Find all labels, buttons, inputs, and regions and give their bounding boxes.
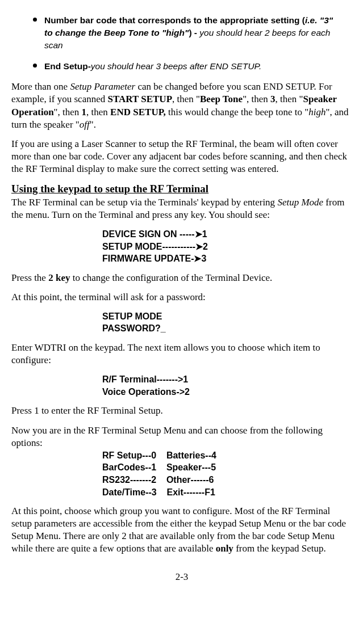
text: 2 key (48, 272, 70, 283)
text: Press the (11, 272, 48, 283)
paragraph: If you are using a Laser Scanner to setu… (11, 138, 352, 175)
text: off (80, 119, 90, 130)
menu-line: RS232-------2 Other------6 (102, 474, 352, 486)
menu-block: R/F Terminal------->1 Voice Operations->… (102, 373, 352, 398)
menu-grid: RF Setup---0 Batteries--4 BarCodes--1 Sp… (102, 449, 352, 498)
paragraph: Enter WDTRI on the keypad. The next item… (11, 342, 352, 367)
text: from the keypad Setup. (233, 543, 326, 554)
menu-line: FIRMWARE UPDATE-➤3 (102, 252, 352, 265)
menu-line: Voice Operations->2 (102, 386, 352, 398)
paragraph: At this point, the terminal will ask for… (11, 291, 352, 304)
text: Setup Parameter (70, 81, 135, 92)
text: ". (90, 119, 96, 130)
menu-block: DEVICE SIGN ON -----➤1 SETUP MODE-------… (102, 228, 352, 265)
paragraph: At this point, choose which group you wa… (11, 505, 352, 555)
paren-close: ) - (189, 28, 199, 37)
menu-line: RF Setup---0 Batteries--4 (102, 449, 352, 462)
text: More than one (11, 81, 70, 92)
page-number: 2-3 (11, 571, 352, 583)
section-heading: Using the keypad to setup the RF Termina… (11, 182, 352, 196)
text: to change the configuration of the Termi… (70, 272, 272, 283)
text: , then " (275, 94, 303, 104)
bullet-item: Number bar code that corresponds to the … (44, 11, 352, 52)
text: The RF Terminal can be setup via the Ter… (11, 197, 277, 208)
menu-line: SETUP MODE-----------➤2 (102, 241, 352, 253)
text: END SETUP, (110, 107, 166, 117)
text: START SETUP (107, 94, 172, 104)
text: Beep Tone (200, 94, 243, 104)
menu-line: R/F Terminal------->1 (102, 373, 352, 386)
text: 1 (82, 107, 87, 117)
menu-line: BarCodes--1 Speaker---5 (102, 461, 352, 474)
paragraph: The RF Terminal can be setup via the Ter… (11, 196, 352, 221)
text: , then " (172, 94, 200, 104)
text: this would change the beep tone to " (166, 107, 309, 117)
bullet-item: End Setup-you should hear 3 beeps after … (44, 57, 352, 73)
bullet-list: Number bar code that corresponds to the … (11, 11, 352, 73)
menu-line: PASSWORD?_ (102, 322, 352, 335)
text: , then (86, 107, 110, 117)
text: only (216, 543, 233, 554)
paragraph: Press 1 to enter the RF Terminal Setup. (11, 405, 352, 417)
menu-line: SETUP MODE (102, 310, 352, 323)
bullet-italic: you should hear 3 beeps after END SETUP. (91, 61, 261, 71)
text: ", then (54, 107, 82, 117)
bullet-bold: Number bar code that corresponds to the … (44, 15, 300, 25)
text: 3 (270, 94, 275, 104)
text: high (308, 107, 325, 117)
bullet-bold: End Setup- (44, 61, 91, 71)
paragraph: Now you are in the RF Terminal Setup Men… (11, 424, 352, 449)
paragraph: More than one Setup Parameter can be cha… (11, 81, 352, 131)
menu-block: SETUP MODE PASSWORD?_ (102, 310, 352, 335)
menu-line: Date/Time--3 Exit-------F1 (102, 486, 352, 499)
paragraph: Press the 2 key to change the configurat… (11, 272, 352, 284)
text: ", then (243, 94, 270, 104)
menu-line: DEVICE SIGN ON -----➤1 (102, 228, 352, 241)
text: Setup Mode (277, 197, 323, 208)
